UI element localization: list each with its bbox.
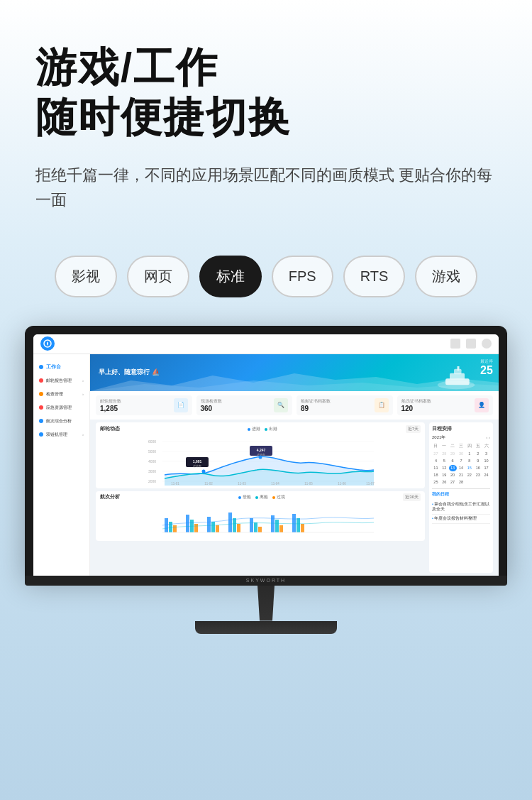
stat-icon-ship-certs: 📋: [375, 398, 389, 412]
stat-info-crew-certs: 船员证书档案数 120: [401, 398, 472, 412]
stat-label-reports: 邮轮报告数: [100, 398, 171, 405]
svg-rect-46: [271, 515, 275, 532]
svg-rect-44: [254, 522, 257, 532]
cal-header-wed: 三: [458, 443, 465, 450]
mode-buttons-group: 影视 网页 标准 FPS RTS 游戏: [0, 256, 532, 297]
monitor-screen: 工作台 邮轮报告管理 › 检查管理 ›: [33, 334, 499, 576]
cal-day-prev-28: 28: [440, 451, 448, 457]
legend-label-board: 登船: [243, 494, 251, 500]
svg-text:11-05: 11-05: [304, 482, 313, 486]
cal-day-23: 23: [474, 472, 482, 478]
stat-info-inspections: 现场检查数 360: [201, 398, 272, 412]
stat-value-reports: 1,285: [100, 405, 171, 412]
svg-rect-48: [279, 525, 283, 532]
sidebar-label-workbench: 工作台: [46, 363, 61, 371]
cal-day-3: 3: [482, 451, 490, 457]
cal-day-20: 20: [449, 472, 457, 478]
sidebar-dot-emergency: [39, 405, 43, 410]
cal-day-prev-29: 29: [449, 451, 457, 457]
calendar-grid: 日 一 二 三 四 五 六 27: [432, 443, 490, 486]
cal-day-21: 21: [458, 472, 465, 478]
sidebar-label-chain: 双链机管理: [46, 432, 67, 438]
dash-topbar: [33, 334, 499, 354]
mode-btn-youxi[interactable]: 游戏: [415, 256, 477, 297]
mode-btn-yingshi[interactable]: 影视: [55, 256, 117, 297]
sidebar-label-emergency: 应急资源管理: [46, 405, 72, 411]
cal-day-27: 27: [449, 479, 457, 486]
monitor-frame: 工作台 邮轮报告管理 › 检查管理 ›: [25, 326, 507, 576]
stat-card-inspections: 现场检查数 360 🔍: [196, 395, 293, 415]
sidebar-item-workbench: 工作台: [33, 360, 89, 374]
svg-text:4,247: 4,247: [257, 448, 266, 452]
svg-text:进港数: 进港数: [193, 464, 201, 468]
cal-day-prev-30: 30: [458, 451, 465, 457]
stat-card-ship-certs: 船舶证书档案数 89 📋: [297, 395, 393, 415]
sidebar-item-chain: 双链机管理 ›: [33, 428, 89, 442]
chart-port-legend: 进港 出港: [248, 426, 277, 432]
sidebar-arrow-report: ›: [82, 378, 84, 383]
chart-port-filter: 近7天: [406, 425, 421, 433]
dash-top-icons: [450, 339, 492, 349]
svg-rect-36: [194, 524, 198, 532]
bell-icon: [482, 339, 492, 349]
mode-btn-rts[interactable]: RTS: [343, 256, 406, 297]
legend-dot-in: [248, 428, 250, 431]
legend-entry-transit: 过境: [272, 494, 285, 500]
chart-voyage-header: 航次分析 登船: [100, 493, 421, 502]
mode-btn-wangye[interactable]: 网页: [127, 256, 189, 297]
legend-entry-out: 出港: [265, 426, 277, 432]
chart-port-svg-container: 6000 5000 4000 3000 2000: [100, 436, 421, 486]
monitor-brand-label: SKYWORTH: [246, 578, 286, 583]
chart-voyage-filter: 近30天: [403, 493, 421, 501]
cal-day-18: 18: [432, 472, 440, 478]
svg-rect-38: [211, 522, 215, 532]
svg-rect-32: [169, 522, 172, 532]
chart-port-title: 邮轮动态: [100, 425, 120, 432]
svg-text:5000: 5000: [148, 449, 156, 454]
cal-day-22: 22: [465, 472, 473, 478]
stat-label-ship-certs: 船舶证书档案数: [301, 398, 372, 405]
cal-day-24: 24: [482, 472, 490, 478]
legend-dot-depart: [255, 496, 258, 499]
dash-body: 工作台 邮轮报告管理 › 检查管理 ›: [33, 354, 499, 576]
dash-logo-icon: [40, 336, 55, 351]
svg-rect-37: [207, 517, 211, 532]
svg-rect-34: [186, 515, 189, 532]
stat-icon-reports: 📄: [174, 398, 188, 412]
cal-day-1: 1: [465, 451, 473, 457]
chart-left-panel: 邮轮动态 进港: [96, 422, 425, 573]
cal-day-7: 7: [458, 458, 465, 464]
cal-day-28: 28: [458, 479, 465, 486]
stat-icon-inspections: 🔍: [274, 398, 288, 412]
chart-voyage-legend: 登船 离船: [238, 494, 285, 500]
monitor-section: 工作台 邮轮报告管理 › 检查管理 ›: [0, 326, 532, 662]
monitor-base: [195, 621, 337, 634]
hero-section: 游戏/工作 随时便捷切换 拒绝千篇一律，不同的应用场景匹配不同的画质模式 更贴合…: [0, 0, 532, 256]
svg-rect-49: [292, 514, 296, 532]
cal-header-thu: 四: [465, 443, 473, 450]
cal-day-9: 9: [474, 458, 482, 464]
svg-text:4000: 4000: [148, 459, 156, 464]
svg-rect-47: [275, 520, 279, 532]
sidebar-dot-analysis: [39, 419, 43, 423]
my-schedule-title: 我的日程: [432, 491, 490, 498]
calendar-title: 日程安排: [432, 425, 490, 432]
legend-entry-board: 登船: [238, 494, 251, 500]
mode-btn-biaozhun[interactable]: 标准: [199, 256, 262, 297]
mode-btn-fps[interactable]: FPS: [272, 256, 333, 297]
sidebar-arrow-check: ›: [82, 392, 84, 396]
calendar-nav: ‹ ›: [486, 435, 490, 439]
chart-right-calendar: 日程安排 2021年 ‹ › 日 一: [429, 422, 493, 573]
cal-header-fri: 五: [474, 443, 482, 450]
legend-entry-depart: 离船: [255, 494, 268, 500]
cal-day-8: 8: [465, 458, 473, 464]
cal-day-14: 14: [458, 465, 465, 471]
cal-day-2: 2: [474, 451, 482, 457]
sidebar-item-report: 邮轮报告管理 ›: [33, 374, 89, 388]
stat-info-ship-certs: 船舶证书档案数 89: [301, 398, 372, 412]
calendar-year-row: 2021年 ‹ ›: [432, 434, 490, 441]
svg-text:11-07: 11-07: [366, 482, 375, 486]
legend-dot-transit: [272, 496, 275, 499]
schedule-item-2: 年度会议报告材料整理: [432, 515, 490, 524]
svg-text:1,681: 1,681: [193, 459, 202, 464]
